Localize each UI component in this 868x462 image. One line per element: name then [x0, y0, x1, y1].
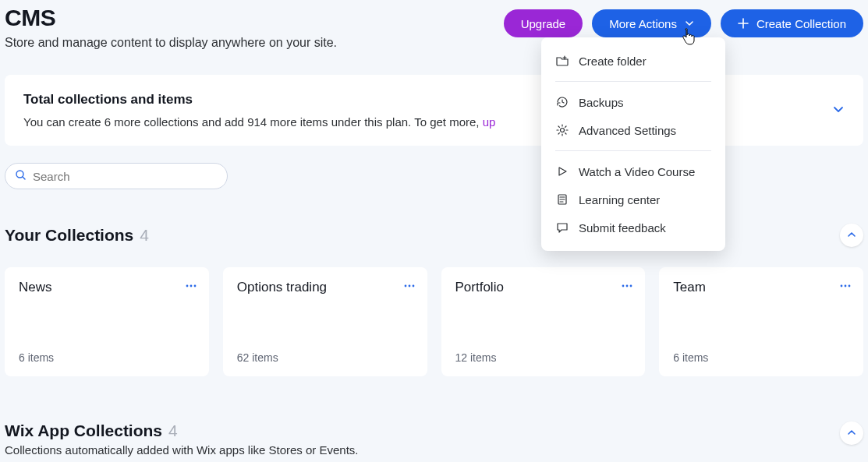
collection-card-portfolio[interactable]: Portfolio 12 items — [441, 267, 646, 376]
page-subtitle: Store and manage content to display anyw… — [5, 36, 504, 50]
upgrade-label: Upgrade — [521, 17, 566, 30]
wix-collections-subtitle: Collections automatically added with Wix… — [5, 443, 359, 457]
more-dots-icon — [840, 278, 851, 290]
collection-cards: News 6 items Options trading 62 items Po… — [5, 267, 863, 376]
usage-banner: Total collections and items You can crea… — [5, 75, 863, 146]
card-title: News — [19, 280, 195, 295]
menu-label: Watch a Video Course — [579, 165, 695, 178]
chat-icon — [555, 220, 569, 235]
wix-collections-count: 4 — [168, 421, 178, 440]
create-collection-label: Create Collection — [756, 17, 846, 30]
wix-collections-header: Wix App Collections 4 Collections automa… — [5, 421, 863, 457]
svg-point-3 — [193, 284, 196, 287]
menu-learning-center[interactable]: Learning center — [541, 185, 725, 213]
more-dots-icon — [622, 278, 632, 290]
svg-point-12 — [849, 284, 851, 287]
menu-label: Advanced Settings — [579, 124, 676, 137]
chevron-up-icon — [847, 230, 856, 242]
more-dots-icon — [404, 278, 415, 290]
menu-submit-feedback[interactable]: Submit feedback — [541, 213, 725, 242]
svg-point-13 — [561, 129, 565, 132]
svg-point-9 — [630, 284, 632, 287]
gear-icon — [555, 123, 569, 137]
menu-backups[interactable]: Backups — [541, 88, 725, 116]
divider — [555, 150, 711, 151]
history-icon — [555, 95, 569, 109]
collection-card-options-trading[interactable]: Options trading 62 items — [223, 267, 427, 376]
menu-label: Backups — [579, 96, 624, 109]
svg-point-7 — [622, 284, 625, 287]
plus-icon — [738, 18, 749, 29]
divider — [555, 81, 711, 82]
svg-point-1 — [186, 284, 188, 287]
svg-point-11 — [845, 284, 847, 287]
svg-point-10 — [841, 284, 843, 287]
card-title: Team — [673, 280, 849, 295]
folder-plus-icon — [555, 54, 569, 68]
upgrade-button[interactable]: Upgrade — [504, 9, 583, 37]
collapse-wix-collections-button[interactable] — [840, 421, 863, 445]
svg-point-5 — [408, 284, 410, 287]
page-title: CMS — [5, 5, 504, 31]
collection-card-team[interactable]: Team 6 items — [659, 267, 863, 376]
card-more-button[interactable] — [618, 275, 636, 292]
chevron-down-icon — [685, 19, 694, 28]
card-more-button[interactable] — [837, 275, 854, 292]
card-more-button[interactable] — [401, 275, 418, 292]
menu-create-folder[interactable]: Create folder — [541, 47, 725, 75]
header-actions: Upgrade More Actions Create Collection — [504, 5, 863, 37]
svg-point-2 — [190, 284, 192, 287]
menu-label: Learning center — [579, 193, 660, 206]
your-collections-count: 4 — [140, 226, 149, 245]
your-collections-header: Your Collections 4 — [5, 224, 863, 247]
card-meta: 6 items — [673, 351, 849, 364]
svg-point-6 — [412, 284, 414, 287]
card-title: Options trading — [237, 280, 413, 295]
search-icon — [15, 169, 27, 184]
play-icon — [555, 164, 569, 178]
collection-card-news[interactable]: News 6 items — [5, 267, 209, 376]
card-meta: 6 items — [19, 351, 195, 364]
search-input[interactable] — [33, 170, 218, 183]
wix-collections-title: Wix App Collections — [5, 421, 162, 440]
card-meta: 12 items — [455, 351, 632, 364]
more-actions-label: More Actions — [609, 17, 677, 30]
collapse-your-collections-button[interactable] — [840, 224, 863, 247]
card-meta: 62 items — [237, 351, 413, 364]
your-collections-title: Your Collections — [5, 226, 133, 245]
more-actions-dropdown: Create folder Backups Advanced Settings … — [541, 37, 725, 251]
upgrade-link[interactable]: up — [483, 115, 496, 129]
banner-expand-chevron-icon[interactable] — [832, 103, 845, 118]
search-field[interactable] — [5, 163, 228, 189]
chevron-up-icon — [847, 428, 856, 439]
svg-point-8 — [626, 284, 629, 287]
more-dots-icon — [186, 278, 197, 290]
create-collection-button[interactable]: Create Collection — [721, 9, 863, 37]
menu-advanced-settings[interactable]: Advanced Settings — [541, 116, 725, 144]
menu-label: Submit feedback — [579, 221, 666, 235]
menu-watch-video[interactable]: Watch a Video Course — [541, 157, 725, 185]
document-icon — [555, 192, 569, 206]
card-title: Portfolio — [455, 280, 632, 295]
card-more-button[interactable] — [182, 275, 200, 292]
more-actions-button[interactable]: More Actions — [592, 9, 711, 37]
banner-text-before: You can create 6 more collections and ad… — [23, 115, 483, 129]
menu-label: Create folder — [579, 55, 647, 68]
svg-point-4 — [404, 284, 406, 287]
